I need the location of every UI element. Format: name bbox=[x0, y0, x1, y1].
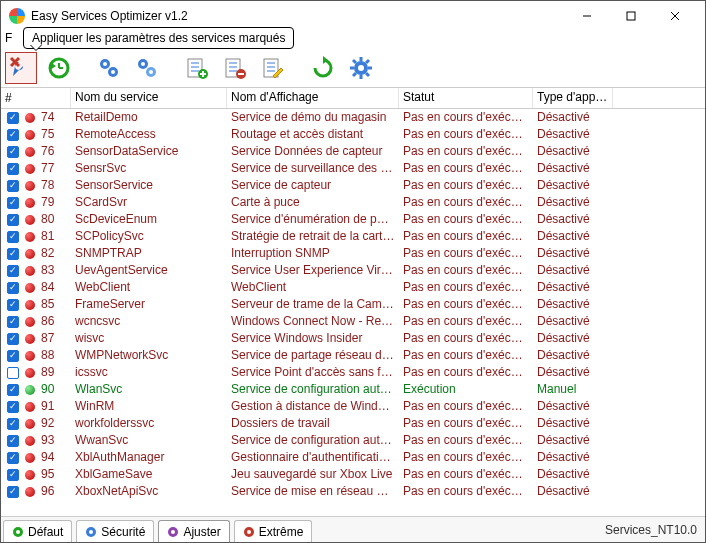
status-dot-icon bbox=[25, 385, 35, 395]
clock-restore-icon bbox=[47, 56, 71, 80]
menu-letter[interactable]: F bbox=[5, 31, 12, 45]
svg-point-15 bbox=[141, 62, 145, 66]
gears-alt-icon bbox=[135, 56, 159, 80]
status-dot-icon bbox=[25, 368, 35, 378]
refresh-button[interactable] bbox=[307, 52, 339, 84]
row-checkbox[interactable] bbox=[7, 435, 19, 447]
tab-default[interactable]: Défaut bbox=[3, 520, 72, 542]
status-dot-icon bbox=[25, 164, 35, 174]
svg-line-44 bbox=[366, 60, 369, 63]
wrench-x-icon bbox=[9, 56, 33, 80]
col-status[interactable]: Statut bbox=[399, 88, 533, 108]
apply-marked-button[interactable] bbox=[5, 52, 37, 84]
status-dot-icon bbox=[25, 419, 35, 429]
grid-header: # Nom du service Nom d'Affichage Statut … bbox=[1, 87, 705, 109]
tab-extreme[interactable]: Extrême bbox=[234, 520, 313, 542]
row-checkbox[interactable] bbox=[7, 163, 19, 175]
service-settings-1-button[interactable] bbox=[93, 52, 125, 84]
status-dot-icon bbox=[25, 198, 35, 208]
list-plus-icon bbox=[185, 56, 209, 80]
status-dot-icon bbox=[25, 300, 35, 310]
row-checkbox[interactable] bbox=[7, 248, 19, 260]
svg-line-45 bbox=[353, 73, 356, 76]
row-checkbox[interactable] bbox=[7, 333, 19, 345]
row-checkbox[interactable] bbox=[7, 486, 19, 498]
list-add-button[interactable] bbox=[181, 52, 213, 84]
row-checkbox[interactable] bbox=[7, 384, 19, 396]
row-checkbox[interactable] bbox=[7, 316, 19, 328]
status-dot-icon bbox=[25, 215, 35, 225]
minimize-button[interactable] bbox=[565, 2, 609, 30]
status-dot-icon bbox=[25, 402, 35, 412]
svg-point-49 bbox=[89, 530, 93, 534]
tooltip: Appliquer les paramètres des services ma… bbox=[23, 27, 294, 49]
tab-adjust-label: Ajuster bbox=[183, 525, 220, 539]
col-startup-type[interactable]: Type d'appli... bbox=[533, 88, 613, 108]
svg-point-51 bbox=[171, 530, 175, 534]
display-name: Service de mise en réseau Xbo... bbox=[227, 481, 399, 502]
list-pencil-icon bbox=[261, 56, 285, 80]
tab-security[interactable]: Sécurité bbox=[76, 520, 154, 542]
svg-rect-1 bbox=[627, 12, 635, 20]
row-checkbox[interactable] bbox=[7, 401, 19, 413]
svg-point-37 bbox=[358, 65, 364, 71]
app-icon bbox=[9, 8, 25, 24]
status-dot-icon bbox=[25, 317, 35, 327]
row-checkbox[interactable] bbox=[7, 197, 19, 209]
options-button[interactable] bbox=[345, 52, 377, 84]
status-dot-icon bbox=[25, 283, 35, 293]
row-checkbox[interactable] bbox=[7, 265, 19, 277]
row-checkbox[interactable] bbox=[7, 180, 19, 192]
tab-default-label: Défaut bbox=[28, 525, 63, 539]
svg-line-42 bbox=[353, 60, 356, 63]
col-index[interactable]: # bbox=[1, 88, 71, 108]
row-checkbox[interactable] bbox=[7, 367, 19, 379]
status-dot-icon bbox=[25, 436, 35, 446]
maximize-button[interactable] bbox=[609, 2, 653, 30]
row-checkbox[interactable] bbox=[7, 146, 19, 158]
grid-body[interactable]: 74RetailDemoService de démo du magasinPa… bbox=[1, 109, 705, 516]
toolbar bbox=[1, 47, 705, 87]
status-dot-icon bbox=[25, 470, 35, 480]
col-service-name[interactable]: Nom du service bbox=[71, 88, 227, 108]
row-index: 96 bbox=[41, 483, 54, 500]
row-checkbox[interactable] bbox=[7, 418, 19, 430]
svg-point-53 bbox=[247, 530, 251, 534]
tab-adjust[interactable]: Ajuster bbox=[158, 520, 229, 542]
table-row[interactable]: 96XboxNetApiSvcService de mise en réseau… bbox=[1, 483, 705, 500]
status-dot-icon bbox=[25, 487, 35, 497]
status-dot-icon bbox=[25, 266, 35, 276]
window-title: Easy Services Optimizer v1.2 bbox=[31, 9, 565, 23]
status-dot-icon bbox=[25, 334, 35, 344]
list-edit-button[interactable] bbox=[257, 52, 289, 84]
status-dot-icon bbox=[25, 453, 35, 463]
col-display-name[interactable]: Nom d'Affichage bbox=[227, 88, 399, 108]
row-checkbox[interactable] bbox=[7, 469, 19, 481]
menu-row: F Appliquer les paramètres des services … bbox=[1, 31, 705, 47]
svg-point-47 bbox=[16, 530, 20, 534]
status-text: Services_NT10.0 bbox=[597, 523, 705, 537]
row-checkbox[interactable] bbox=[7, 112, 19, 124]
service-settings-2-button[interactable] bbox=[131, 52, 163, 84]
list-remove-button[interactable] bbox=[219, 52, 251, 84]
status-dot-icon bbox=[25, 249, 35, 259]
bottombar: Défaut Sécurité Ajuster Extrême Services… bbox=[1, 516, 705, 542]
row-checkbox[interactable] bbox=[7, 129, 19, 141]
row-checkbox[interactable] bbox=[7, 231, 19, 243]
row-checkbox[interactable] bbox=[7, 214, 19, 226]
restore-defaults-button[interactable] bbox=[43, 52, 75, 84]
row-checkbox[interactable] bbox=[7, 299, 19, 311]
gear-red-icon bbox=[243, 526, 255, 538]
gear-green-icon bbox=[12, 526, 24, 538]
close-button[interactable] bbox=[653, 2, 697, 30]
svg-line-43 bbox=[366, 73, 369, 76]
tab-security-label: Sécurité bbox=[101, 525, 145, 539]
gears-icon bbox=[97, 56, 121, 80]
tab-extreme-label: Extrême bbox=[259, 525, 304, 539]
row-checkbox[interactable] bbox=[7, 452, 19, 464]
row-checkbox[interactable] bbox=[7, 350, 19, 362]
status-dot-icon bbox=[25, 147, 35, 157]
svg-point-17 bbox=[149, 70, 153, 74]
service-name: XboxNetApiSvc bbox=[71, 481, 227, 502]
row-checkbox[interactable] bbox=[7, 282, 19, 294]
